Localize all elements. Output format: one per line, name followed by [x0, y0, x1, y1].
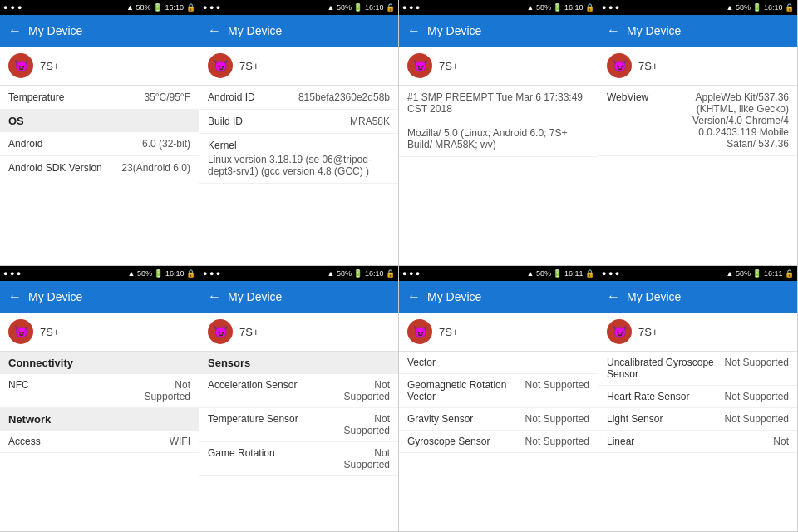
content-1-3: #1 SMP PREEMPT Tue Mar 6 17:33:49 CST 20…: [399, 86, 598, 265]
content-2-1: Connectivity NFC NotSupported Network Ac…: [0, 352, 199, 531]
build-id-row: Build ID MRA58K: [200, 110, 398, 134]
back-button-2-1[interactable]: ←: [8, 289, 22, 304]
connectivity-section: Connectivity: [0, 352, 199, 374]
status-bar-2-2: ● ● ● ▲ 58% 🔋 16:10 🔒: [200, 266, 398, 281]
device-name-2-4: 7S+: [638, 326, 658, 338]
back-button-1-3[interactable]: ←: [407, 23, 421, 38]
app-bar-title-1-2: My Device: [228, 24, 282, 37]
content-2-2: Sensors Acceleration Sensor NotSupported…: [200, 352, 398, 531]
panel-2-4: ● ● ● ▲ 58% 🔋 16:11 🔒 ← My Device 😈 7S+ …: [598, 266, 798, 532]
uncal-gyro-value: Not Supported: [725, 357, 789, 368]
back-button-2-3[interactable]: ←: [407, 289, 421, 304]
content-1-1: Temperature 35°C/95°F OS Android 6.0 (32…: [0, 86, 199, 265]
status-bar-2-4: ● ● ● ▲ 58% 🔋 16:11 🔒: [598, 266, 797, 281]
back-button-2-4[interactable]: ←: [607, 289, 620, 304]
device-name-2-1: 7S+: [40, 326, 60, 338]
device-header-1-1: 😈 7S+: [0, 47, 199, 86]
app-bar-title-1-4: My Device: [627, 24, 681, 37]
kernel-cont-value: #1 SMP PREEMPT Tue Mar 6 17:33:49 CST 20…: [407, 91, 589, 115]
heart-rate-value: Not Supported: [725, 391, 789, 402]
app-bar-2-1: ← My Device: [0, 281, 199, 313]
device-icon-1-3: 😈: [407, 53, 432, 78]
accel-label: Acceleration Sensor: [208, 379, 344, 391]
status-bar-1-4: ● ● ● ▲ 58% 🔋 16:10 🔒: [598, 0, 797, 15]
app-bar-title-2-3: My Device: [427, 290, 481, 303]
heart-rate-row: Heart Rate Sensor Not Supported: [598, 386, 797, 408]
network-section: Network: [0, 408, 199, 431]
device-header-2-4: 😈 7S+: [598, 313, 797, 352]
content-1-4: WebView AppleWeb Kit/537.36 (KHTML, like…: [598, 86, 797, 265]
uncal-gyro-label: Uncalibrated Gyroscope Sensor: [607, 357, 725, 380]
linear-label: Linear: [607, 436, 773, 447]
status-bar-2-3: ● ● ● ▲ 58% 🔋 16:11 🔒: [399, 266, 598, 281]
linear-row: Linear Not: [598, 431, 797, 453]
geomag-label: Geomagnetic Rotation Vector: [407, 379, 525, 402]
sdk-label: Android SDK Version: [8, 162, 121, 174]
uncal-gyro-row: Uncalibrated Gyroscope Sensor Not Suppor…: [598, 352, 797, 386]
os-section: OS: [0, 110, 199, 132]
mozilla-value: Mozilla/ 5.0 (Linux; Android 6.0; 7S+ Bu…: [407, 127, 589, 150]
android-label: Android: [8, 138, 142, 150]
app-bar-title-2-2: My Device: [228, 290, 282, 303]
status-bar-1-2: ● ● ● ▲ 58% 🔋 16:10 🔒: [200, 0, 398, 15]
android-row: Android 6.0 (32-bit): [0, 132, 199, 156]
nfc-label: NFC: [8, 379, 145, 391]
webview-row: WebView AppleWeb Kit/537.36 (KHTML, like…: [598, 86, 797, 156]
panel-1-4: ● ● ● ▲ 58% 🔋 16:10 🔒 ← My Device 😈 7S+ …: [598, 0, 798, 266]
accel-row: Acceleration Sensor NotSupported: [200, 374, 398, 408]
heart-rate-label: Heart Rate Sensor: [607, 391, 725, 402]
status-bar-2-1: ● ● ● ▲ 58% 🔋 16:10 🔒: [0, 266, 199, 281]
device-name-1-2: 7S+: [239, 60, 259, 72]
app-bar-2-3: ← My Device: [399, 281, 598, 313]
sdk-row: Android SDK Version 23(Android 6.0): [0, 156, 199, 180]
webview-value: AppleWeb Kit/537.36 (KHTML, like Gecko) …: [681, 91, 789, 150]
nfc-value: NotSupported: [145, 379, 190, 402]
device-name-2-3: 7S+: [439, 326, 459, 338]
device-header-2-2: 😈 7S+: [200, 313, 398, 352]
access-row: Access WIFI: [0, 431, 199, 453]
device-icon-1-2: 😈: [208, 53, 233, 78]
temp-sensor-label: Temperature Sensor: [208, 413, 344, 425]
light-sensor-value: Not Supported: [725, 413, 789, 425]
gravity-value: Not Supported: [525, 413, 589, 425]
game-rotation-row: Game Rotation NotSupported: [200, 442, 398, 476]
device-header-2-3: 😈 7S+: [399, 313, 598, 352]
kernel-value: Linux version 3.18.19 (se 06@tripod-dept…: [208, 154, 390, 177]
panel-2-3: ● ● ● ▲ 58% 🔋 16:11 🔒 ← My Device 😈 7S+ …: [399, 266, 598, 532]
geomag-value: Not Supported: [525, 379, 589, 391]
app-bar-title-1-1: My Device: [28, 24, 82, 37]
access-value: WIFI: [170, 436, 190, 447]
webview-label: WebView: [607, 91, 681, 103]
gyroscope-value: Not Supported: [525, 436, 589, 447]
back-button-1-1[interactable]: ←: [8, 23, 22, 38]
gravity-label: Gravity Sensor: [407, 413, 525, 425]
android-id-label: Android ID: [208, 91, 298, 103]
build-id-value: MRA58K: [350, 116, 390, 127]
device-name-1-3: 7S+: [439, 60, 459, 72]
kernel-row: Kernel Linux version 3.18.19 (se 06@trip…: [200, 134, 398, 184]
back-button-1-2[interactable]: ←: [208, 23, 221, 38]
device-icon-2-3: 😈: [407, 319, 432, 344]
android-id-value: 815befa2360e2d58b: [298, 91, 390, 103]
content-1-2: Android ID 815befa2360e2d58b Build ID MR…: [200, 86, 398, 265]
android-value: 6.0 (32-bit): [142, 138, 190, 150]
app-bar-title-2-4: My Device: [627, 290, 681, 303]
temperature-row: Temperature 35°C/95°F: [0, 86, 199, 110]
accel-value: NotSupported: [344, 379, 390, 402]
temperature-value: 35°C/95°F: [144, 91, 190, 103]
app-bar-1-2: ← My Device: [200, 15, 398, 47]
vector-label: Vector: [407, 357, 589, 368]
gravity-row: Gravity Sensor Not Supported: [399, 408, 598, 431]
device-header-2-1: 😈 7S+: [0, 313, 199, 352]
back-button-1-4[interactable]: ←: [607, 23, 620, 38]
vector-row: Vector: [399, 352, 598, 374]
light-sensor-row: Light Sensor Not Supported: [598, 408, 797, 431]
app-bar-1-4: ← My Device: [598, 15, 797, 47]
device-name-1-4: 7S+: [638, 60, 658, 72]
sensors-section: Sensors: [200, 352, 398, 374]
panel-1-2: ● ● ● ▲ 58% 🔋 16:10 🔒 ← My Device 😈 7S+ …: [200, 0, 399, 266]
device-icon-1-1: 😈: [8, 53, 33, 78]
back-button-2-2[interactable]: ←: [208, 289, 221, 304]
android-id-row: Android ID 815befa2360e2d58b: [200, 86, 398, 110]
access-label: Access: [8, 436, 170, 447]
